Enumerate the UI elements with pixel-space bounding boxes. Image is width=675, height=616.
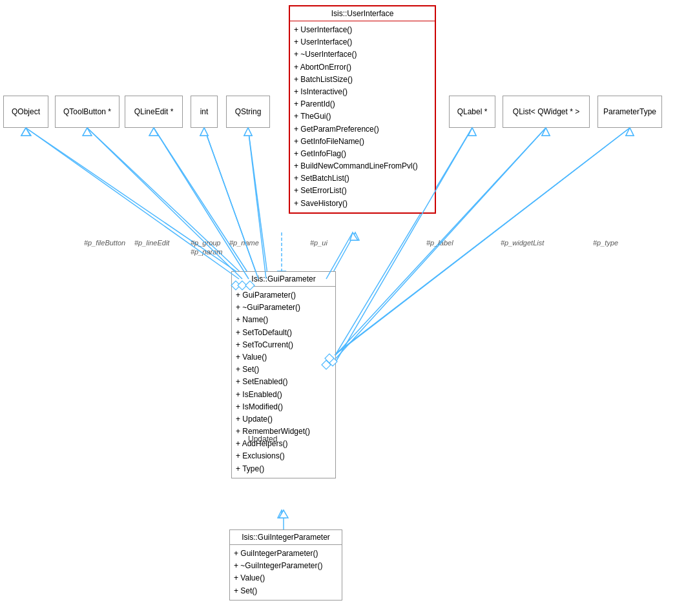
svg-line-8 [204, 128, 258, 279]
guiparameter-methods: + GuiParameter() + ~GuiParameter() + Nam… [232, 287, 335, 478]
userinterface-box: Isis::UserInterface + UserInterface() + … [289, 5, 436, 214]
svg-line-4 [87, 128, 247, 279]
svg-line-10 [248, 128, 268, 279]
label-fp-label: #p_label [426, 239, 453, 247]
svg-marker-23 [279, 510, 288, 518]
updated-text: Updated [248, 435, 277, 444]
svg-marker-21 [278, 510, 286, 518]
svg-marker-33 [244, 128, 252, 136]
svg-line-32 [248, 128, 266, 279]
qtoolbutton-box: QToolButton * [55, 96, 119, 128]
svg-marker-9 [200, 128, 208, 136]
qobject-box: QObject [3, 96, 48, 128]
diagram-container: Isis::UserInterface + UserInterface() + … [0, 0, 675, 616]
label-fp-lineedit: #p_lineEdit [134, 239, 169, 247]
svg-marker-5 [83, 128, 91, 136]
svg-marker-25 [21, 128, 30, 136]
svg-marker-27 [83, 128, 92, 136]
svg-marker-11 [244, 128, 252, 136]
qlist-box: QList< QWidget * > [503, 96, 590, 128]
guiparameter-box: Isis::GuiParameter + GuiParameter() + ~G… [231, 271, 336, 478]
svg-marker-13 [351, 232, 359, 240]
svg-marker-31 [200, 128, 208, 136]
guiintegerparameter-methods: + GuiIntegerParameter() + ~GuiIntegerPar… [230, 545, 342, 600]
int-box: int [191, 96, 218, 128]
label-fp-type: #p_type [593, 239, 618, 247]
qlineedit-box: QLineEdit * [125, 96, 183, 128]
userinterface-methods: + UserInterface() + UserInterface() + ~U… [290, 21, 435, 212]
svg-marker-35 [350, 232, 358, 240]
label-fp-name: #p_name [229, 239, 259, 247]
label-fp-group: #p_group [191, 239, 221, 247]
svg-marker-41 [626, 128, 634, 136]
svg-line-24 [26, 128, 239, 279]
guiparameter-title: Isis::GuiParameter [232, 272, 335, 287]
parametertype-box: ParameterType [597, 96, 662, 128]
guiintegerparameter-box: Isis::GuiIntegerParameter + GuiIntegerPa… [229, 529, 342, 601]
svg-marker-39 [542, 128, 550, 136]
svg-marker-19 [626, 128, 634, 136]
qstring-box: QString [226, 96, 270, 128]
label-fp-filebutton: #p_fileButton [84, 239, 125, 247]
qlabel-box: QLabel * [449, 96, 495, 128]
svg-marker-37 [468, 128, 476, 136]
svg-marker-3 [21, 128, 31, 136]
label-fp-widgetlist: #p_widgetList [501, 239, 544, 247]
svg-marker-17 [542, 128, 550, 136]
svg-line-28 [154, 128, 249, 279]
guiintegerparameter-title: Isis::GuiIntegerParameter [230, 530, 342, 545]
svg-line-30 [204, 128, 258, 279]
svg-marker-15 [468, 128, 476, 136]
svg-marker-29 [149, 128, 158, 136]
svg-line-26 [87, 128, 242, 279]
label-fp-ui: #p_ui [310, 239, 327, 247]
svg-line-6 [154, 128, 252, 279]
userinterface-title: Isis::UserInterface [290, 6, 435, 21]
svg-marker-7 [150, 128, 158, 136]
label-fp-param: #p_param [191, 248, 223, 256]
